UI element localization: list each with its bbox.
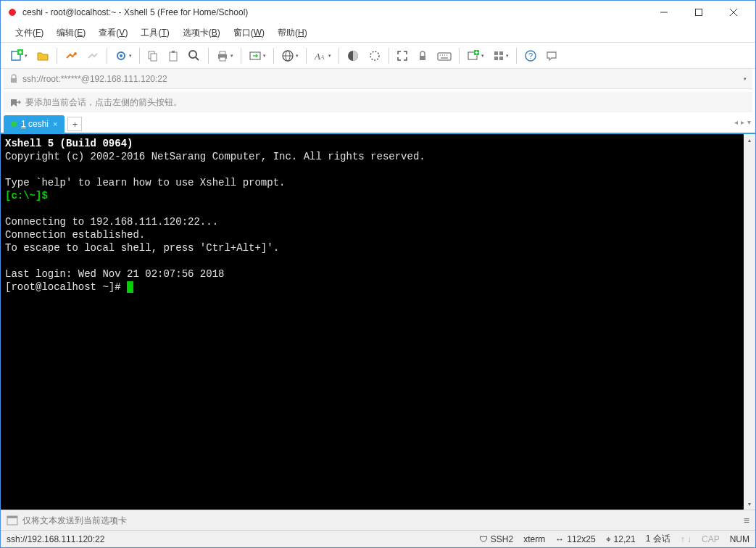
menu-window[interactable]: 窗口(W) bbox=[228, 25, 270, 41]
address-dropdown[interactable]: ▾ bbox=[744, 76, 747, 82]
svg-rect-18 bbox=[220, 51, 225, 54]
find-button[interactable] bbox=[184, 46, 204, 65]
menu-tabs[interactable]: 选项卡(B) bbox=[177, 25, 226, 41]
close-button[interactable] bbox=[718, 2, 749, 22]
terminal-line: Last login: Wed Nov 21 02:07:56 2018 bbox=[5, 268, 224, 280]
status-size: ↔112x25 bbox=[555, 534, 595, 544]
terminal-line: Type `help' to learn how to use Xshell p… bbox=[5, 177, 285, 188]
tab-list-button[interactable]: ▾ bbox=[747, 118, 751, 126]
status-protocol: 🛡SSH2 bbox=[479, 534, 513, 544]
scroll-up-button[interactable]: ▴ bbox=[744, 134, 755, 146]
add-tab-button[interactable]: + bbox=[67, 117, 82, 131]
tab-close-button[interactable]: × bbox=[53, 120, 57, 128]
scrollbar[interactable]: ▴ ▾ bbox=[744, 134, 755, 510]
print-button[interactable]: ▾ bbox=[212, 46, 237, 65]
svg-text:?: ? bbox=[528, 51, 533, 60]
font-button[interactable]: AA▾ bbox=[310, 46, 335, 65]
language-button[interactable]: ▾ bbox=[278, 46, 302, 65]
keyboard-button[interactable] bbox=[433, 47, 455, 65]
svg-text:A: A bbox=[320, 54, 325, 61]
shield-icon: 🛡 bbox=[479, 534, 488, 544]
feedback-button[interactable] bbox=[542, 46, 562, 65]
terminal-prompt: [root@localhost ~]# bbox=[5, 281, 127, 293]
status-address: ssh://192.168.111.120:22 bbox=[7, 534, 469, 544]
statusbar: ssh://192.168.111.120:22 🛡SSH2 xterm ↔11… bbox=[1, 530, 755, 547]
status-term: xterm bbox=[523, 534, 545, 544]
svg-point-27 bbox=[370, 51, 379, 60]
compose-bar: ≡ bbox=[1, 510, 755, 530]
menu-edit[interactable]: 编辑(E) bbox=[51, 25, 91, 41]
color-scheme-button[interactable] bbox=[343, 46, 363, 65]
menu-view[interactable]: 查看(V) bbox=[93, 25, 133, 41]
terminal-line: Connecting to 192.168.111.120:22... bbox=[5, 216, 218, 228]
xftp-button[interactable]: ▾ bbox=[245, 46, 270, 65]
tab-nav: ◂ ▸ ▾ bbox=[734, 118, 751, 126]
compose-input[interactable] bbox=[22, 515, 739, 526]
address-text[interactable]: ssh://root:******@192.168.111.120:22 bbox=[22, 74, 739, 84]
new-tab-button[interactable]: ▾ bbox=[463, 46, 488, 65]
status-arrows: ↑ ↓ bbox=[681, 534, 691, 544]
tab-prev-button[interactable]: ◂ bbox=[734, 118, 738, 126]
svg-rect-40 bbox=[499, 51, 503, 55]
svg-rect-28 bbox=[420, 56, 425, 60]
send-target-icon[interactable] bbox=[7, 515, 18, 526]
svg-point-15 bbox=[189, 51, 196, 58]
disconnect-button[interactable] bbox=[83, 46, 103, 65]
svg-rect-14 bbox=[172, 51, 175, 53]
new-session-button[interactable]: ▾ bbox=[7, 46, 31, 65]
minimize-button[interactable] bbox=[648, 2, 680, 22]
lock-icon bbox=[9, 74, 18, 84]
terminal-line: Xshell 5 (Build 0964) bbox=[5, 138, 133, 149]
tab-strip: 1 ceshi × + ◂ ▸ ▾ bbox=[1, 115, 755, 134]
svg-rect-12 bbox=[151, 54, 157, 61]
menubar: 文件(F) 编辑(E) 查看(V) 工具(T) 选项卡(B) 窗口(W) 帮助(… bbox=[1, 24, 755, 43]
connection-status-icon bbox=[11, 121, 17, 127]
cursor-pos-icon: ⌖ bbox=[606, 534, 611, 544]
open-button[interactable] bbox=[33, 46, 53, 65]
properties-button[interactable]: ▾ bbox=[111, 46, 136, 65]
tile-button[interactable]: ▾ bbox=[489, 47, 512, 65]
status-cursor-pos: ⌖12,21 bbox=[606, 534, 636, 544]
help-button[interactable]: ? bbox=[520, 46, 541, 65]
terminal-cursor bbox=[127, 281, 133, 293]
tab-ceshi[interactable]: 1 ceshi × bbox=[4, 115, 65, 133]
svg-text:A: A bbox=[314, 51, 320, 62]
size-icon: ↔ bbox=[555, 534, 564, 544]
session-hint-bar: 要添加当前会话，点击左侧的箭头按钮。 bbox=[4, 92, 752, 112]
window-title: ceshi - root@localhost:~ - Xshell 5 (Fre… bbox=[22, 7, 648, 17]
address-bar: ssh://root:******@192.168.111.120:22 ▾ bbox=[4, 69, 752, 89]
svg-point-10 bbox=[120, 54, 122, 57]
bookmark-icon[interactable] bbox=[9, 96, 21, 108]
tab-next-button[interactable]: ▸ bbox=[741, 118, 744, 126]
svg-rect-42 bbox=[499, 57, 503, 60]
menu-tools[interactable]: 工具(T) bbox=[135, 25, 175, 41]
terminal-area: Xshell 5 (Build 0964) Copyright (c) 2002… bbox=[1, 134, 755, 510]
maximize-button[interactable] bbox=[683, 2, 715, 22]
toolbar: ▾ ▾ ▾ ▾ ▾ AA▾ ▾ ▾ ? bbox=[1, 43, 755, 69]
menu-help[interactable]: 帮助(H) bbox=[272, 25, 313, 41]
app-icon bbox=[7, 7, 18, 18]
window-titlebar: ceshi - root@localhost:~ - Xshell 5 (Fre… bbox=[1, 1, 755, 24]
terminal[interactable]: Xshell 5 (Build 0964) Copyright (c) 2002… bbox=[1, 134, 744, 510]
highlight-button[interactable] bbox=[365, 46, 385, 65]
compose-menu-button[interactable]: ≡ bbox=[744, 515, 749, 526]
svg-rect-29 bbox=[438, 53, 451, 60]
status-sessions: 1 会话 bbox=[646, 533, 670, 545]
svg-line-16 bbox=[196, 57, 199, 60]
scroll-down-button[interactable]: ▾ bbox=[744, 498, 755, 510]
svg-rect-39 bbox=[494, 51, 498, 55]
menu-file[interactable]: 文件(F) bbox=[9, 25, 49, 41]
terminal-prompt: [c:\~]$ bbox=[5, 190, 48, 202]
svg-point-8 bbox=[74, 52, 77, 55]
fullscreen-button[interactable] bbox=[393, 47, 412, 65]
svg-rect-13 bbox=[170, 52, 177, 61]
svg-rect-47 bbox=[7, 516, 17, 518]
paste-button[interactable] bbox=[164, 47, 183, 65]
reconnect-button[interactable] bbox=[61, 46, 81, 65]
session-hint-text: 要添加当前会话，点击左侧的箭头按钮。 bbox=[25, 96, 182, 109]
copy-button[interactable] bbox=[144, 47, 162, 65]
status-num: NUM bbox=[730, 534, 749, 544]
scroll-track[interactable] bbox=[744, 146, 755, 498]
terminal-line: Connection established. bbox=[5, 229, 145, 241]
lock-button[interactable] bbox=[413, 47, 432, 65]
